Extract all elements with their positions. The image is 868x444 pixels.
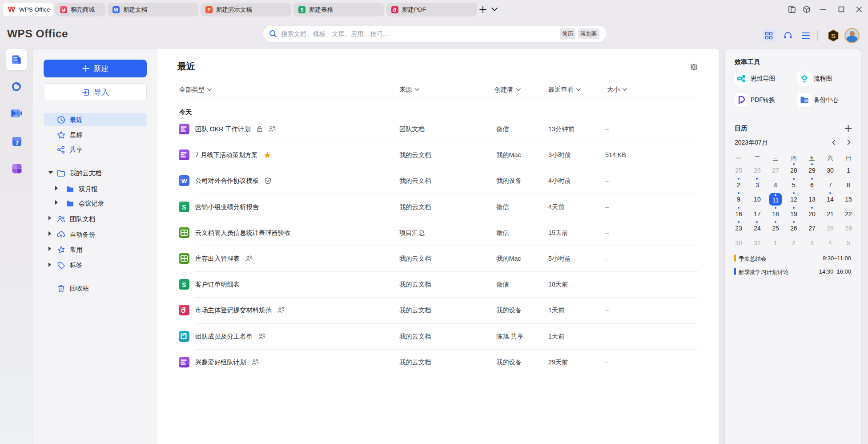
svg-text:S: S [182, 281, 186, 288]
svg-text:W: W [181, 178, 187, 185]
svg-text:S: S [301, 8, 304, 12]
svg-text:S: S [182, 204, 186, 211]
svg-text:P: P [208, 8, 211, 12]
svg-text:S: S [831, 32, 836, 40]
svg-text:W: W [114, 8, 118, 12]
svg-text:7: 7 [15, 139, 19, 146]
